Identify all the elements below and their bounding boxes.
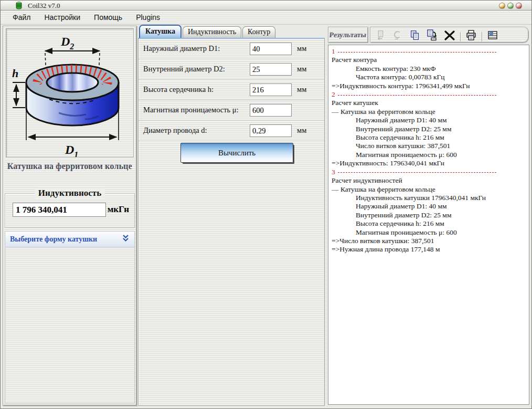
results-panel: Результаты [327, 26, 530, 406]
result-line: Емкость контура: 230 мкФ [332, 65, 526, 73]
result-line: =>Число витков катушки: 387,501 [332, 237, 526, 245]
coil-shape-panel: D2 h D1 Катушка на ферритовом кольце Инд… [3, 26, 137, 406]
d2-unit: мм [297, 65, 306, 74]
title-bar: Coil32 v7.0 [1, 1, 532, 11]
result-line: Магнитная проницаемость μ: 600 [332, 228, 526, 237]
copy-page-icon[interactable] [391, 28, 405, 42]
window-controls [499, 3, 522, 9]
result-rule: 3 [332, 168, 526, 176]
h-label: Высота сердечника h: [143, 85, 214, 94]
result-rule: 1 [332, 47, 526, 56]
result-line: Внутренний диаметр D2: 25 мм [332, 125, 526, 133]
tab-coil[interactable]: Катушка [139, 25, 182, 38]
export-file-icon[interactable] [374, 28, 387, 42]
h-input[interactable] [250, 83, 292, 96]
d2-label: Внутренний диаметр D2: [143, 65, 225, 74]
wire-d-unit: мм [297, 126, 306, 135]
d1-unit: мм [297, 44, 306, 53]
result-line: Магнитная проницаемость μ: 600 [332, 151, 526, 159]
result-line: Расчет индуктивностей [332, 176, 526, 185]
mu-label: Магнитная проницаемость μ: [143, 106, 239, 114]
shape-selector-label: Выберите форму катушки [10, 235, 97, 244]
svg-text:h: h [12, 67, 18, 80]
calculate-button[interactable]: Вычислить [180, 143, 293, 163]
maximize-button[interactable] [507, 3, 514, 9]
close-button[interactable] [516, 3, 522, 9]
menu-help[interactable]: Помощь [87, 12, 129, 23]
coil-tab-page: Наружный диаметр D1: мм Внутренний диаме… [138, 38, 325, 406]
coil32-window: { "window": { "title": "Coil32 v7.0", "b… [0, 0, 532, 409]
window-title: Coil32 v7.0 [28, 2, 60, 10]
wire-d-label: Диаметр провода d: [143, 126, 207, 135]
tab-circuit[interactable]: Контур [242, 26, 275, 38]
result-line: — Катушка на ферритовом кольце [332, 185, 526, 194]
parameter-tabs: Катушка Индуктивность Контур [139, 26, 276, 38]
result-line: Внутренний диаметр D2: 25 мм [332, 211, 526, 219]
menu-plugins[interactable]: Plugins [129, 12, 167, 23]
result-line: Наружный диаметр D1: 40 мм [332, 116, 526, 124]
coil-shape-title: Катушка на ферритовом кольце [3, 162, 136, 171]
toolbar-separator [482, 32, 482, 41]
copy-icon[interactable] [408, 28, 422, 42]
inductance-groupbox: Индуктивность мкГн [5, 193, 135, 228]
result-line: Индуктивность катушки 1796340,041 мкГн [332, 194, 526, 202]
double-chevron-down-icon [122, 235, 130, 244]
svg-text:D1: D1 [65, 143, 78, 157]
shape-selector-panel: Выберите форму катушки [5, 231, 135, 403]
result-rule: 2 [332, 90, 526, 99]
d1-input[interactable] [250, 43, 292, 55]
paste-icon[interactable] [425, 28, 439, 42]
results-text-area[interactable]: 1 Расчет контура Емкость контура: 230 мк… [328, 45, 529, 405]
toolbar-separator [460, 32, 461, 41]
form-row-d2: Внутренний диаметр D2: мм [139, 59, 324, 80]
result-line: =>Нужная длина провода 177,148 м [332, 245, 526, 254]
result-line: — Катушка на ферритовом кольце [332, 108, 526, 116]
parameters-panel: Катушка Индуктивность Контур Наружный ди… [138, 26, 325, 406]
result-line: Наружный диаметр D1: 40 мм [332, 202, 526, 211]
inductance-unit-label: мкГн [108, 204, 129, 215]
results-header-box: Результаты [328, 27, 368, 43]
svg-text:D2: D2 [60, 35, 74, 51]
result-line: =>Индуктивность: 1796340,041 мкГн [332, 159, 526, 167]
h-unit: мм [297, 85, 306, 94]
menu-file[interactable]: Файл [6, 12, 37, 23]
form-row-h: Высота сердечника h: мм [139, 80, 324, 100]
clear-icon[interactable] [443, 28, 456, 42]
result-line: =>Индуктивность контура: 1796341,499 мкГ… [332, 82, 526, 90]
form-row-wire-d: Диаметр провода d: мм [139, 121, 324, 141]
table-icon[interactable] [486, 28, 499, 42]
result-line: Число витков катушки: 387,501 [332, 142, 526, 150]
result-line: Высота сердечника h: 216 мм [332, 219, 526, 228]
result-line: Расчет катушек [332, 99, 526, 107]
d1-label: Наружный диаметр D1: [143, 44, 220, 53]
app-coil-icon [15, 1, 24, 12]
toroid-diagram: D2 h D1 [6, 28, 134, 158]
result-line: Расчет контура [332, 56, 526, 64]
tab-inductance[interactable]: Индуктивность [183, 26, 241, 38]
result-line: Высота сердечника h: 216 мм [332, 133, 526, 142]
form-row-mu: Магнитная проницаемость μ: [139, 100, 324, 121]
result-line: Частота контура: 0,00783 кГц [332, 73, 526, 81]
toroid-diagram-svg: D2 h D1 [6, 29, 133, 157]
inductance-result-field[interactable] [13, 203, 106, 217]
inductance-legend: Индуктивность [35, 188, 105, 198]
results-header-label: Результаты [329, 31, 367, 39]
mu-input[interactable] [250, 104, 292, 117]
shape-selector-header[interactable]: Выберите форму катушки [5, 232, 134, 247]
menu-bar: Файл Настройки Помощь Plugins [1, 11, 532, 25]
menu-settings[interactable]: Настройки [37, 12, 87, 23]
minimize-button[interactable] [499, 3, 505, 9]
print-icon[interactable] [464, 28, 478, 42]
d2-input[interactable] [250, 63, 292, 76]
form-row-d1: Наружный диаметр D1: мм [139, 39, 324, 59]
wire-d-input[interactable] [250, 124, 292, 137]
results-toolbar [370, 27, 529, 43]
